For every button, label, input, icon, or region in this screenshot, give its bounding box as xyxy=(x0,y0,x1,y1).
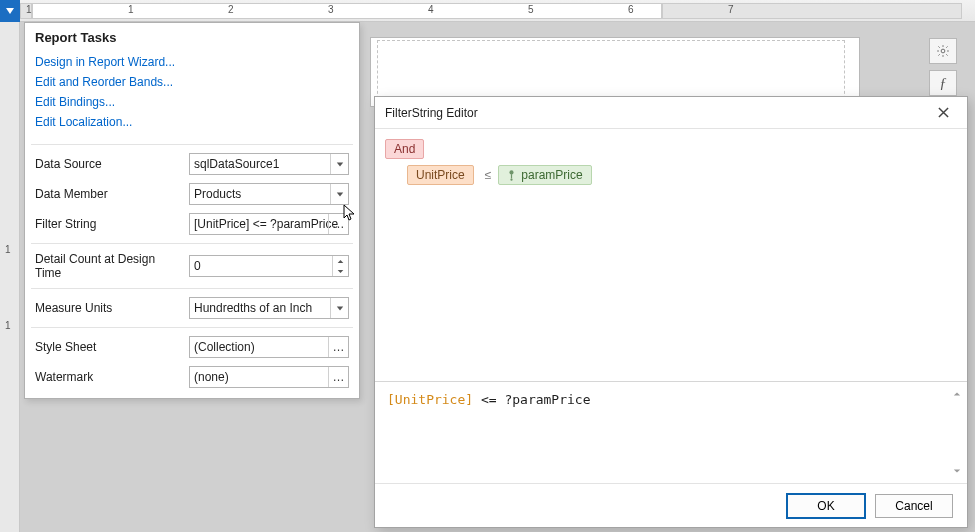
expressions-button[interactable]: ƒ xyxy=(929,70,957,96)
link-edit-bands[interactable]: Edit and Reorder Bands... xyxy=(35,72,349,92)
group-operator-and[interactable]: And xyxy=(385,139,424,159)
ruler-number: 1 xyxy=(128,4,134,15)
ruler-scale: 1 1 2 3 4 5 6 7 xyxy=(20,0,975,22)
chevron-down-icon xyxy=(330,154,348,174)
cancel-button[interactable]: Cancel xyxy=(875,494,953,518)
label-watermark: Watermark xyxy=(35,370,181,384)
data-source-dropdown[interactable]: sqlDataSource1 xyxy=(189,153,349,175)
ruler-number: 7 xyxy=(728,4,734,15)
svg-rect-2 xyxy=(511,174,512,178)
expression-text[interactable]: [UnitPrice] <= ?paramPrice xyxy=(375,381,967,483)
report-tasks-panel: Report Tasks Design in Report Wizard... … xyxy=(24,22,360,399)
label-data-member: Data Member xyxy=(35,187,181,201)
dialog-title: FilterString Editor xyxy=(385,106,929,120)
scroll-up-icon[interactable] xyxy=(951,388,963,400)
dialog-buttons: OK Cancel xyxy=(375,483,967,527)
ellipsis-button[interactable]: … xyxy=(328,214,348,234)
svg-point-3 xyxy=(511,179,513,181)
text-scrollbar[interactable] xyxy=(951,388,963,477)
detail-count-value: 0 xyxy=(194,259,201,273)
expression-rest: <= ?paramPrice xyxy=(473,392,590,407)
data-source-value: sqlDataSource1 xyxy=(194,157,279,171)
vertical-ruler: 1 1 xyxy=(0,22,20,532)
filter-string-value: [UnitPrice] <= ?paramPrice xyxy=(194,217,338,231)
parameter-icon xyxy=(507,169,516,181)
label-data-source: Data Source xyxy=(35,157,181,171)
style-sheet-editor[interactable]: (Collection) … xyxy=(189,336,349,358)
ellipsis-button[interactable]: … xyxy=(328,337,348,357)
label-measure-units: Measure Units xyxy=(35,301,181,315)
link-design-wizard[interactable]: Design in Report Wizard... xyxy=(35,52,349,72)
chevron-down-icon xyxy=(330,298,348,318)
measure-units-value: Hundredths of an Inch xyxy=(194,301,312,315)
label-filter-string: Filter String xyxy=(35,217,181,231)
chevron-down-icon xyxy=(330,184,348,204)
horizontal-ruler: 1 1 2 3 4 5 6 7 xyxy=(0,0,975,22)
ruler-number: 1 xyxy=(26,4,32,15)
data-member-value: Products xyxy=(194,187,241,201)
watermark-editor[interactable]: (none) … xyxy=(189,366,349,388)
ruler-smart-tag[interactable] xyxy=(0,0,20,22)
ellipsis-button[interactable]: … xyxy=(328,367,348,387)
expression-field-token: [UnitPrice] xyxy=(387,392,473,407)
label-detail-count: Detail Count at Design Time xyxy=(35,252,181,280)
svg-point-1 xyxy=(510,170,514,174)
fx-icon: ƒ xyxy=(939,75,947,92)
condition-field[interactable]: UnitPrice xyxy=(407,165,474,185)
dialog-titlebar[interactable]: FilterString Editor xyxy=(375,97,967,129)
panel-title: Report Tasks xyxy=(25,23,359,52)
spin-buttons[interactable] xyxy=(332,256,348,276)
ruler-number: 6 xyxy=(628,4,634,15)
filter-condition[interactable]: UnitPrice ≤ paramPrice xyxy=(407,165,957,185)
filter-string-editor[interactable]: [UnitPrice] <= ?paramPrice … xyxy=(189,213,349,235)
watermark-value: (none) xyxy=(194,370,229,384)
condition-operator[interactable]: ≤ xyxy=(483,168,494,182)
measure-units-dropdown[interactable]: Hundredths of an Inch xyxy=(189,297,349,319)
ok-button[interactable]: OK xyxy=(787,494,865,518)
style-sheet-value: (Collection) xyxy=(194,340,255,354)
filter-tree[interactable]: And UnitPrice ≤ paramPrice xyxy=(375,129,967,381)
ruler-number: 3 xyxy=(328,4,334,15)
link-edit-localization[interactable]: Edit Localization... xyxy=(35,112,349,132)
ruler-number: 2 xyxy=(228,4,234,15)
link-edit-bindings[interactable]: Edit Bindings... xyxy=(35,92,349,112)
parameter-name: paramPrice xyxy=(521,168,582,182)
label-style-sheet: Style Sheet xyxy=(35,340,181,354)
close-button[interactable] xyxy=(929,101,957,125)
condition-parameter[interactable]: paramPrice xyxy=(498,165,591,185)
properties-button[interactable] xyxy=(929,38,957,64)
filter-string-editor-dialog: FilterString Editor And UnitPrice ≤ para… xyxy=(374,96,968,528)
ruler-number: 4 xyxy=(428,4,434,15)
ruler-number: 5 xyxy=(528,4,534,15)
detail-count-spinner[interactable]: 0 xyxy=(189,255,349,277)
data-member-dropdown[interactable]: Products xyxy=(189,183,349,205)
svg-point-0 xyxy=(941,49,945,53)
scroll-down-icon[interactable] xyxy=(951,465,963,477)
